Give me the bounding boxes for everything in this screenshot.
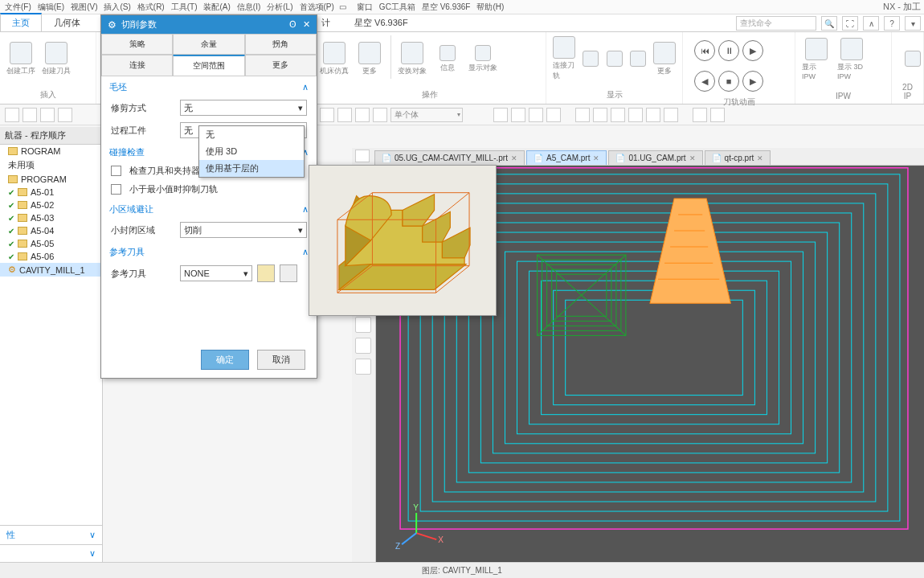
- play-button[interactable]: ▶: [742, 40, 763, 61]
- nav-item-program[interactable]: PROGRAM: [0, 173, 102, 186]
- selbar-icon7[interactable]: [355, 108, 370, 122]
- vp-icon8[interactable]: [355, 317, 371, 333]
- chevron-up-icon[interactable]: ∧: [302, 247, 309, 257]
- menu-starry[interactable]: 星空 V6.936F: [420, 2, 472, 13]
- cancel-button[interactable]: 取消: [257, 350, 305, 370]
- nav-item-cavity-mill[interactable]: ⚙CAVITY_MILL_1: [0, 263, 102, 277]
- menu-tools[interactable]: 工具(T): [170, 2, 199, 13]
- file-tab-a5cam[interactable]: 📄A5_CAM.prt✕: [526, 150, 607, 165]
- fullscreen-icon[interactable]: ⛶: [842, 16, 858, 31]
- stop-button[interactable]: ■: [718, 71, 739, 92]
- selection-filter-select[interactable]: 单个体: [390, 108, 463, 122]
- reftool-new-icon[interactable]: [257, 264, 275, 282]
- menu-analyze[interactable]: 分析(L): [265, 2, 294, 13]
- min-icon[interactable]: ∧: [863, 16, 879, 31]
- reftool-edit-icon[interactable]: [280, 264, 297, 282]
- search-icon[interactable]: 🔍: [821, 16, 837, 31]
- dlg-tab-containment[interactable]: 空间范围: [173, 55, 244, 76]
- file-tab-qtcp[interactable]: 📄qt-cp.prt✕: [705, 150, 771, 165]
- menu-edit[interactable]: 编辑(E): [36, 2, 66, 13]
- tab-starry[interactable]: 星空 V6.936F: [342, 14, 420, 31]
- tab-home[interactable]: 主页: [0, 13, 42, 31]
- dialog-help-icon[interactable]: ʘ: [289, 19, 296, 30]
- menu-gctoolbox[interactable]: GC工具箱: [378, 2, 417, 13]
- nav-tree[interactable]: ROGRAM 未用项 PROGRAM ✔A5-01 ✔A5-02 ✔A5-03 …: [0, 145, 102, 277]
- close-icon[interactable]: ✕: [757, 154, 763, 162]
- selbar-icon20[interactable]: [710, 108, 725, 122]
- selbar-icon16[interactable]: [628, 108, 643, 122]
- menu-info[interactable]: 信息(I): [235, 2, 262, 13]
- dlg-tab-strategy[interactable]: 策略: [101, 34, 173, 55]
- selbar-icon5[interactable]: [320, 108, 334, 122]
- connect-tool-button[interactable]: 连接刀轨: [553, 35, 575, 82]
- show-obj-button[interactable]: 显示对象: [468, 35, 497, 82]
- ok-button[interactable]: 确定: [201, 350, 249, 370]
- selbar-icon15[interactable]: [611, 108, 625, 122]
- 2dipw-icon[interactable]: [898, 35, 924, 82]
- menu-view[interactable]: 视图(V): [69, 2, 99, 13]
- nav-item-a5-01[interactable]: ✔A5-01: [0, 186, 102, 199]
- wp-opt-none[interactable]: 无: [199, 126, 304, 143]
- menu-window[interactable]: 窗口: [355, 2, 374, 13]
- close-icon[interactable]: ✕: [593, 154, 599, 162]
- selbar-icon13[interactable]: [575, 108, 590, 122]
- selbar-icon8[interactable]: [373, 108, 387, 122]
- vp-icon10[interactable]: [355, 359, 371, 375]
- display-icon1[interactable]: [582, 35, 599, 82]
- nav-item-unused[interactable]: 未用项: [0, 158, 102, 173]
- nav-item-a5-04[interactable]: ✔A5-04: [0, 224, 102, 237]
- selbar-icon6[interactable]: [337, 108, 352, 122]
- nav-item-a5-02[interactable]: ✔A5-02: [0, 199, 102, 211]
- more2-button[interactable]: 更多: [653, 35, 676, 82]
- nav-item-a5-05[interactable]: ✔A5-05: [0, 237, 102, 250]
- menu-prefs[interactable]: 首选项(P): [298, 2, 336, 13]
- nav-section-blank[interactable]: ∨: [0, 544, 102, 562]
- close-icon[interactable]: ✕: [689, 154, 696, 162]
- selbar-icon10[interactable]: [511, 108, 525, 122]
- trim-mode-select[interactable]: 无▾: [180, 100, 307, 116]
- selbar-icon2[interactable]: [22, 108, 37, 122]
- create-proc-button[interactable]: 创建工序: [6, 35, 35, 82]
- dlg-tab-connect[interactable]: 连接: [101, 55, 173, 76]
- selbar-icon11[interactable]: [529, 108, 543, 122]
- skip-back-button[interactable]: ◀: [694, 71, 715, 92]
- dialog-titlebar[interactable]: ⚙ 切削参数 ʘ ✕: [101, 15, 317, 34]
- dlg-tab-corner[interactable]: 拐角: [245, 34, 317, 55]
- selbar-icon19[interactable]: [693, 108, 707, 122]
- selbar-icon4[interactable]: [58, 108, 72, 122]
- chevron-up-icon[interactable]: ∧: [302, 204, 309, 215]
- more-icon[interactable]: ▾: [905, 16, 921, 31]
- nav-item-program-root[interactable]: ROGRAM: [0, 145, 102, 158]
- selbar-icon1[interactable]: [5, 108, 19, 122]
- play-prev-button[interactable]: ⏮: [694, 40, 715, 61]
- more1-button[interactable]: 更多: [355, 35, 384, 82]
- suppress-path-checkbox[interactable]: [111, 184, 121, 195]
- change-obj-button[interactable]: 变换对象: [398, 35, 427, 82]
- file-tab-01[interactable]: 📄01.UG_CAM.prt✕: [608, 150, 702, 165]
- show-ipw-button[interactable]: 显示 IPW: [802, 35, 831, 82]
- help-icon[interactable]: ?: [884, 16, 900, 31]
- check-tool-holder-checkbox[interactable]: [111, 166, 121, 176]
- close-icon[interactable]: ✕: [511, 154, 517, 162]
- menu-file[interactable]: 文件(F): [3, 2, 33, 13]
- menu-insert[interactable]: 插入(S): [102, 2, 132, 13]
- selbar-icon3[interactable]: [40, 108, 55, 122]
- wp-opt-3d[interactable]: 使用 3D: [199, 143, 304, 160]
- chevron-up-icon[interactable]: ∧: [302, 82, 309, 92]
- menu-assemble[interactable]: 装配(A): [202, 2, 231, 13]
- show-3dipw-button[interactable]: 显示 3D IPW: [837, 35, 866, 82]
- nav-item-a5-06[interactable]: ✔A5-06: [0, 250, 102, 263]
- dlg-tab-stock[interactable]: 余量: [173, 34, 244, 55]
- create-tool-button[interactable]: 创建刀具: [42, 35, 71, 82]
- vp-icon9[interactable]: [355, 338, 371, 354]
- skip-fwd-button[interactable]: ▶: [742, 71, 763, 92]
- pause-button[interactable]: ⏸: [718, 40, 739, 61]
- selbar-icon18[interactable]: [664, 108, 678, 122]
- small-closed-select[interactable]: 切削▾: [180, 222, 307, 238]
- tab-geometry[interactable]: 几何体: [42, 14, 92, 31]
- search-input[interactable]: 查找命令: [736, 16, 816, 31]
- wp-opt-level[interactable]: 使用基于层的: [199, 160, 304, 177]
- nav-item-a5-03[interactable]: ✔A5-03: [0, 211, 102, 224]
- machine-sim-button[interactable]: 机床仿真: [320, 35, 349, 82]
- menu-help[interactable]: 帮助(H): [475, 2, 505, 13]
